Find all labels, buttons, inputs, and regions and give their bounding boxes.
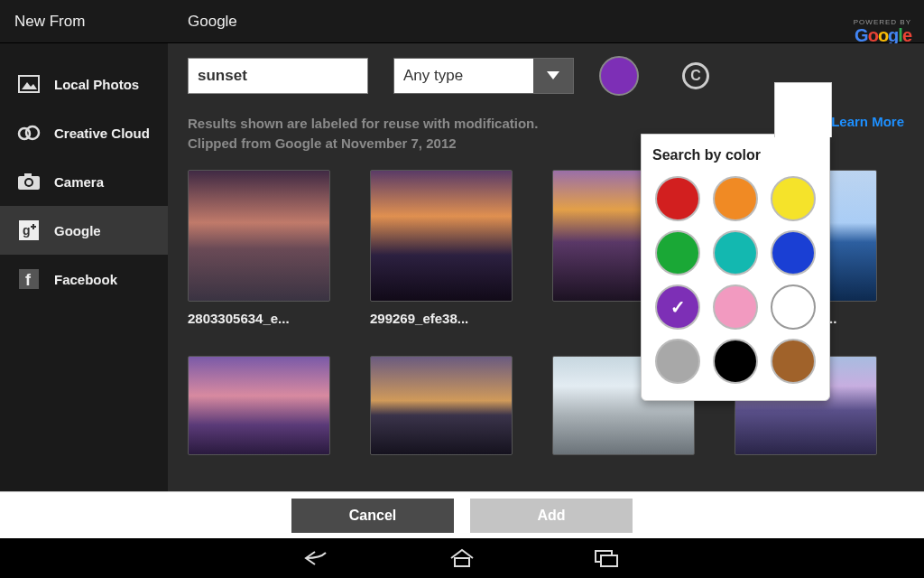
license-filter-button[interactable]: C <box>682 62 709 89</box>
image-icon <box>16 71 42 97</box>
sidebar-item-label: Facebook <box>54 272 117 287</box>
powered-by-google: POWERED BY Google <box>854 18 911 43</box>
result-thumbnail[interactable] <box>370 170 513 302</box>
color-swatch-purple[interactable] <box>655 284 700 330</box>
color-popover-title: Search by color <box>652 147 818 163</box>
color-swatch-teal[interactable] <box>713 230 758 275</box>
results-meta: Results shown are labeled for reuse with… <box>188 114 538 154</box>
learn-more-link[interactable]: Learn More <box>831 114 904 129</box>
color-swatch-pink[interactable] <box>713 284 758 330</box>
svg-rect-17 <box>601 555 617 566</box>
color-swatch-grid <box>652 176 818 384</box>
nav-back-button[interactable] <box>300 545 336 571</box>
nav-home-button[interactable] <box>444 545 480 571</box>
result-thumbnail[interactable] <box>188 170 330 302</box>
svg-text:g: g <box>23 223 31 238</box>
type-select-value: Any type <box>394 67 472 85</box>
color-swatch-white[interactable] <box>771 284 816 330</box>
action-bar: Cancel Add <box>0 491 924 538</box>
camera-icon <box>16 169 42 194</box>
result-label: 2803305634_e... <box>188 311 330 329</box>
search-input[interactable] <box>188 58 368 94</box>
header-bar: New From Google POWERED BY Google <box>0 0 924 43</box>
color-swatch-blue[interactable] <box>771 230 816 275</box>
cancel-button[interactable]: Cancel <box>291 499 454 533</box>
color-swatch-red[interactable] <box>655 176 700 221</box>
svg-rect-15 <box>455 558 469 566</box>
color-popover: Search by color <box>641 134 830 401</box>
color-swatch-black[interactable] <box>713 339 758 384</box>
svg-point-7 <box>26 180 32 185</box>
sidebar-item-creative-cloud[interactable]: Creative Cloud <box>0 108 168 157</box>
sidebar-item-label: Local Photos <box>54 77 139 92</box>
svg-point-3 <box>26 126 39 139</box>
results-meta-line1: Results shown are labeled for reuse with… <box>188 114 538 134</box>
color-filter-button[interactable] <box>599 56 639 96</box>
android-nav-bar <box>0 538 924 578</box>
facebook-icon: f <box>16 266 42 292</box>
svg-text:f: f <box>25 271 32 289</box>
result-thumbnail[interactable] <box>370 356 513 455</box>
color-swatch-brown[interactable] <box>771 339 816 384</box>
svg-marker-1 <box>22 82 37 89</box>
svg-marker-14 <box>547 71 559 79</box>
color-swatch-yellow[interactable] <box>771 176 816 221</box>
svg-rect-0 <box>19 76 39 92</box>
color-swatch-green[interactable] <box>655 230 700 275</box>
google-icon: g <box>16 218 42 243</box>
nav-recent-button[interactable] <box>588 545 624 571</box>
chevron-down-icon <box>533 59 573 93</box>
svg-rect-5 <box>24 173 32 177</box>
sidebar-item-camera[interactable]: Camera <box>0 157 168 206</box>
results-meta-line2: Clipped from Google at November 7, 2012 <box>188 134 538 154</box>
header-right-title: Google <box>188 13 237 30</box>
header-left-title: New From <box>0 13 168 31</box>
result-label: 299269_efe38... <box>370 311 513 329</box>
sidebar-item-label: Creative Cloud <box>54 126 150 141</box>
svg-rect-11 <box>32 224 34 229</box>
google-logo: Google <box>854 27 911 43</box>
sidebar-item-label: Google <box>54 223 101 238</box>
sidebar-item-facebook[interactable]: f Facebook <box>0 255 168 303</box>
add-button[interactable]: Add <box>470 499 633 533</box>
sidebar-item-label: Camera <box>54 174 104 190</box>
type-select[interactable]: Any type <box>393 58 574 94</box>
sidebar-item-google[interactable]: g Google <box>0 206 168 255</box>
result-thumbnail[interactable] <box>188 356 330 455</box>
creative-cloud-icon <box>16 120 42 145</box>
color-swatch-orange[interactable] <box>713 176 758 221</box>
color-swatch-gray[interactable] <box>655 339 700 384</box>
sidebar-item-local-photos[interactable]: Local Photos <box>0 60 168 108</box>
sidebar: Local Photos Creative Cloud Camera g Goo… <box>0 43 168 491</box>
main-pane: Any type C Results shown are labeled for… <box>168 43 924 491</box>
